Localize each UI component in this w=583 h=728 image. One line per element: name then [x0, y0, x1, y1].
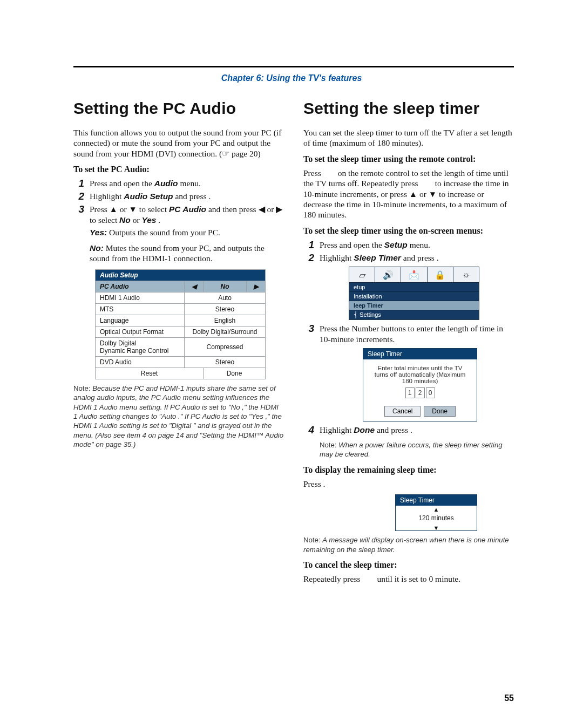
- row-value: No: [204, 281, 247, 292]
- no-text: Mutes the sound from your PC, and output…: [90, 243, 265, 263]
- text: Press: [90, 179, 110, 188]
- menu-name: Audio: [154, 179, 178, 188]
- left-intro: This function allows you to output the s…: [73, 127, 284, 159]
- note-lead: Note:: [320, 441, 338, 449]
- page-number: 55: [504, 693, 514, 703]
- menu-item: Sleep Timer: [354, 253, 401, 262]
- step-number: 1: [73, 178, 84, 189]
- left-step-2: 2 Highlight Audio Setup and press .: [73, 191, 284, 202]
- row-value: English: [185, 315, 266, 326]
- label-text: Settings: [360, 311, 381, 318]
- lock-tab-icon[interactable]: 🔒: [428, 267, 453, 282]
- audio-tab-icon[interactable]: 🔊: [375, 267, 401, 282]
- step-number: 2: [303, 253, 314, 264]
- audio-setup-heading: Audio Setup: [96, 269, 266, 281]
- left-arrow-icon[interactable]: ◀: [185, 281, 204, 292]
- right-column: Setting the sleep timer You can set the …: [303, 99, 514, 589]
- step-number: 3: [303, 323, 314, 335]
- left-column: Setting the PC Audio This function allow…: [73, 99, 284, 589]
- menu-item-setup[interactable]: etup: [349, 282, 479, 291]
- step-number: 3: [73, 204, 84, 215]
- menu-item-installation[interactable]: Installation: [349, 291, 479, 301]
- text: Press ▲ or ▼ to select: [90, 205, 169, 214]
- note-body: When a power failure occurs, the sleep t…: [320, 441, 503, 458]
- yes-label: Yes:: [90, 228, 107, 237]
- remaining-value: 120 minutes: [396, 512, 477, 524]
- text: menu.: [410, 240, 430, 249]
- text: and press: [403, 253, 437, 262]
- row-value: Auto: [185, 292, 266, 303]
- note-body: A message will display on-screen when th…: [303, 536, 509, 553]
- menu-name: Setup: [384, 240, 408, 249]
- right-sub1: To set the sleep timer using the remote …: [303, 154, 514, 165]
- no-line: No: Mutes the sound from your PC, and ou…: [90, 243, 284, 264]
- text: and press: [377, 425, 410, 434]
- dialog-line: Enter total minutes until the TV: [368, 365, 472, 371]
- note-lead: Note:: [73, 384, 92, 392]
- row-label[interactable]: MTS: [96, 303, 185, 315]
- no-label: No:: [90, 243, 104, 253]
- done-button[interactable]: Done: [424, 406, 456, 417]
- page: Chapter 6: Using the TV's features Setti…: [0, 0, 583, 728]
- text: .: [437, 253, 439, 262]
- menu-item: PC Audio: [169, 205, 206, 214]
- row-label[interactable]: Language: [96, 315, 185, 326]
- row-label[interactable]: HDMI 1 Audio: [96, 292, 185, 303]
- text: .: [208, 192, 211, 201]
- note-step4: Note: When a power failure occurs, the s…: [320, 440, 514, 459]
- audio-setup-table: Audio Setup PC Audio ◀ No ▶ HDMI 1 Audio…: [95, 269, 266, 379]
- mail-tab-icon[interactable]: 📩: [401, 267, 427, 282]
- left-step-1: 1 Press and open the Audio menu.: [73, 178, 284, 189]
- step-text: Press the Number buttons to enter the le…: [320, 323, 514, 345]
- left-title: Setting the PC Audio: [73, 99, 284, 118]
- option-no: No: [119, 215, 131, 224]
- text: Highlight: [320, 425, 354, 434]
- dialog-line: 180 minutes): [368, 378, 472, 384]
- menu-item-settings[interactable]: ⎨ Settings: [349, 310, 479, 319]
- step-number: 4: [303, 425, 314, 436]
- right-arrow-icon[interactable]: ▶: [247, 281, 266, 292]
- row-value: Compressed: [185, 337, 266, 356]
- row-label[interactable]: Dolby Digital Dynamic Range Control: [96, 337, 185, 356]
- sleep-timer-small: Sleep Timer ▲ 120 minutes ▼: [395, 494, 477, 531]
- row-value: Stereo: [185, 303, 266, 315]
- brace-icon: ⎨: [354, 311, 358, 318]
- right-sub2: To set the sleep timer using the on-scre…: [303, 226, 514, 236]
- text: Press: [320, 240, 340, 249]
- digit-input[interactable]: 1 2 0: [405, 387, 435, 398]
- top-rule: [73, 66, 514, 67]
- right-step-2: 2 Highlight Sleep Timer and press .: [303, 253, 514, 264]
- dialog-title: Sleep Timer: [363, 349, 477, 359]
- text: Press: [303, 479, 323, 488]
- done-button[interactable]: Done: [204, 368, 266, 379]
- right-step-1: 1 Press and open the Setup menu.: [303, 240, 514, 251]
- row-label[interactable]: PC Audio: [96, 281, 185, 292]
- gear-tab-icon[interactable]: ☼: [453, 267, 479, 282]
- right-step-4: 4 Highlight Done and press .: [303, 425, 514, 436]
- text: Highlight: [90, 192, 124, 201]
- reset-button[interactable]: Reset: [96, 368, 204, 379]
- dialog-line: turns off automatically (Maximum: [368, 371, 472, 378]
- option-yes: Yes: [141, 215, 156, 224]
- step-number: 2: [73, 191, 84, 202]
- text: .: [323, 479, 326, 488]
- setup-menu-illustration: ▱ 🔊 📩 🔒 ☼ etup Installation leep Timer ⎨…: [349, 267, 479, 320]
- cancel-button[interactable]: Cancel: [384, 406, 421, 417]
- down-arrow-icon[interactable]: ▼: [396, 524, 477, 530]
- chapter-heading: Chapter 6: Using the TV's features: [0, 73, 583, 83]
- done-keyword: Done: [354, 425, 375, 434]
- row-label[interactable]: DVD Audio: [96, 356, 185, 368]
- row-label[interactable]: Optical Output Format: [96, 326, 185, 337]
- menu-item-sleep-timer[interactable]: leep Timer: [349, 301, 479, 310]
- left-step-3: 3 Press ▲ or ▼ to select PC Audio and th…: [73, 204, 284, 226]
- left-sub: To set the PC Audio:: [73, 164, 284, 175]
- setup-tab-icon[interactable]: ▱: [349, 267, 375, 282]
- sleep-timer-dialog: Sleep Timer Enter total minutes until th…: [363, 348, 477, 421]
- digit: 0: [426, 387, 435, 398]
- columns: Setting the PC Audio This function allow…: [73, 99, 514, 589]
- dialog-title: Sleep Timer: [396, 495, 477, 506]
- up-arrow-icon[interactable]: ▲: [396, 506, 477, 512]
- yes-line: Yes: Outputs the sound from your PC.: [90, 227, 284, 237]
- note-message: Note: A message will display on-screen w…: [303, 535, 514, 554]
- press-line: Press .: [303, 479, 514, 489]
